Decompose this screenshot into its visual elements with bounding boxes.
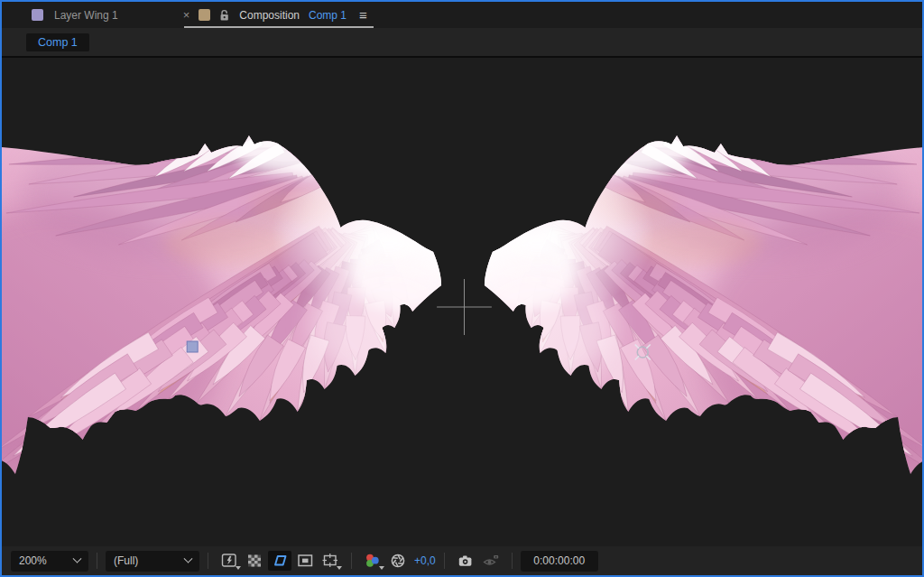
- region-of-interest-icon: [297, 553, 314, 569]
- close-icon[interactable]: ×: [183, 9, 190, 21]
- show-snapshot-icon: [482, 553, 500, 569]
- caret-down-icon: [379, 566, 384, 570]
- breadcrumb-comp-button[interactable]: Comp 1: [26, 33, 89, 51]
- tab-layer-wing-1[interactable]: Layer Wing 1: [32, 2, 118, 28]
- layer-panel-color-icon: [32, 9, 43, 21]
- wing-left-art: [2, 119, 478, 482]
- separator: [351, 553, 352, 569]
- comp-panel-color-icon: [199, 9, 210, 21]
- crosshair: [437, 279, 492, 335]
- caret-down-icon: [236, 566, 241, 570]
- adjust-exposure-value[interactable]: +0,0: [414, 554, 436, 567]
- viewer-toolbar: 200% (Full): [2, 546, 922, 575]
- mask-visibility-button[interactable]: [268, 551, 291, 571]
- panel-menu-icon[interactable]: ≡: [359, 7, 367, 23]
- separator: [444, 553, 445, 569]
- transparency-grid-icon: [246, 553, 263, 569]
- tab-composition-comp-1[interactable]: × Composition Comp 1 ≡: [183, 2, 373, 28]
- timecode-value: 0:00:00:00: [533, 554, 585, 567]
- separator: [208, 553, 208, 569]
- resolution-value: (Full): [114, 554, 138, 567]
- comp-tab-label: Composition: [239, 9, 300, 22]
- composition-breadcrumb-row: Comp 1: [2, 28, 922, 56]
- active-tab-underline: [184, 26, 374, 28]
- magnification-select[interactable]: 200%: [11, 551, 88, 572]
- grid-guides-button[interactable]: [319, 551, 342, 571]
- snapshot-camera-icon: [457, 553, 475, 569]
- composition-panel: Layer Wing 1 × Composition Comp 1 ≡ Comp…: [0, 0, 924, 577]
- lock-open-icon[interactable]: [219, 9, 230, 22]
- panel-tab-bar: Layer Wing 1 × Composition Comp 1 ≡: [2, 2, 922, 28]
- magnification-value: 200%: [19, 554, 47, 567]
- resolution-select[interactable]: (Full): [106, 551, 199, 572]
- reset-exposure-icon: [390, 553, 406, 569]
- comp-tab-comp-name: Comp 1: [309, 9, 346, 22]
- show-channel-button[interactable]: [361, 551, 384, 571]
- chevron-down-icon: [73, 554, 82, 563]
- mask-visibility-icon: [272, 553, 289, 569]
- timecode-field[interactable]: 0:00:00:00: [521, 551, 598, 572]
- composition-viewport[interactable]: [2, 58, 922, 546]
- show-snapshot-button[interactable]: [479, 551, 503, 571]
- composition-canvas: [2, 58, 922, 546]
- layer-handle[interactable]: [187, 341, 198, 352]
- transparency-grid-button[interactable]: [243, 551, 266, 571]
- separator: [512, 553, 513, 569]
- wing-right-art: [448, 119, 922, 482]
- layer-tab-label: Layer Wing 1: [54, 9, 118, 22]
- snapshot-button[interactable]: [454, 551, 477, 571]
- reset-exposure-button[interactable]: [386, 551, 410, 571]
- caret-down-icon: [337, 566, 342, 570]
- fast-previews-button[interactable]: [217, 551, 241, 571]
- chevron-down-icon: [184, 554, 193, 563]
- region-of-interest-button[interactable]: [293, 551, 317, 571]
- separator: [97, 553, 97, 569]
